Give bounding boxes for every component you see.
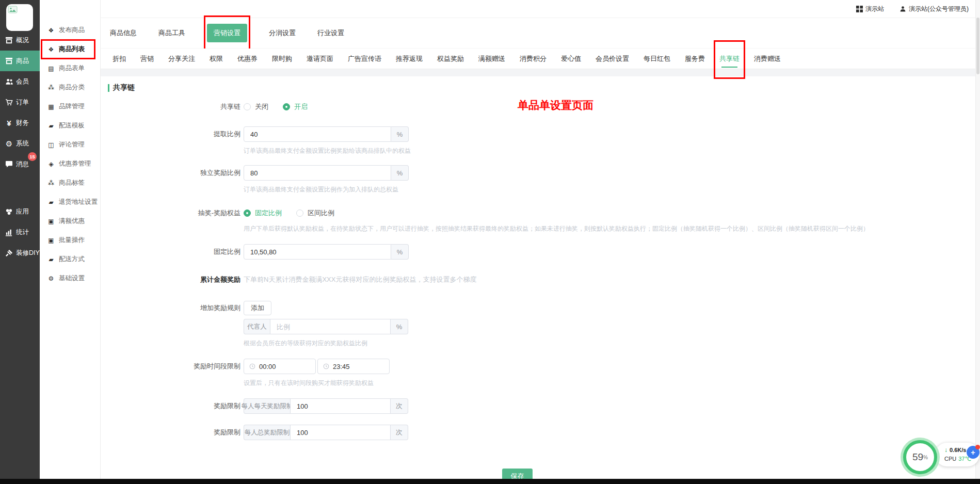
- scrollbar-thumb[interactable]: [976, 18, 979, 74]
- submenu-item-label: 批量操作: [59, 236, 85, 245]
- submenu-item-goods-tags[interactable]: ⁂ 商品标签: [40, 173, 100, 192]
- sidebar-item-orders[interactable]: 订单: [0, 92, 40, 112]
- radio-circle-selected: [283, 103, 290, 110]
- tab-love-value[interactable]: 爱心值: [561, 54, 581, 63]
- tab-flash-sale[interactable]: 限时购: [272, 54, 292, 63]
- submenu-item-publish-goods[interactable]: ❖ 发布商品: [40, 21, 100, 40]
- tab-consume-points[interactable]: 消费积分: [520, 54, 547, 63]
- times-suffix: 次: [391, 398, 408, 414]
- submenu-item-comment-manage[interactable]: ◫ 评论管理: [40, 135, 100, 154]
- sidebar-item-members[interactable]: 会员: [0, 71, 40, 92]
- agent-ratio-input[interactable]: [270, 319, 391, 334]
- sidebar-item-apps[interactable]: 应用: [0, 201, 40, 222]
- field-label: 提取比例: [101, 126, 240, 142]
- bottom-black-bar: [0, 479, 980, 484]
- cubes-icon: ❖: [47, 27, 55, 34]
- total-limit-input[interactable]: [290, 425, 391, 440]
- app-logo[interactable]: [6, 4, 33, 31]
- save-button[interactable]: 保存: [502, 469, 533, 479]
- daily-limit-input[interactable]: [290, 398, 391, 414]
- tab-share-chain[interactable]: 共享链: [719, 54, 740, 63]
- tab-daily-redpacket[interactable]: 每日红包: [644, 54, 670, 63]
- sidebar-item-label: 消息: [16, 160, 29, 169]
- sidebar-item-overview[interactable]: 概况: [0, 30, 40, 51]
- tab-rights-reward[interactable]: 权益奖励: [437, 54, 464, 63]
- submenu-item-goods-form[interactable]: ▤ 商品表单: [40, 59, 100, 78]
- sidebar-item-diy[interactable]: 装修DIY: [0, 243, 40, 263]
- download-speed: 0.6K/s: [950, 446, 966, 455]
- time-start-value: 00:00: [259, 363, 276, 370]
- submenu-item-full-discount[interactable]: ▣ 满额优惠: [40, 212, 100, 231]
- sidebar-item-system[interactable]: ⚙ 系统: [0, 133, 40, 154]
- field-label: 增加奖励规则: [101, 301, 240, 315]
- field-help: 订单该商品最终支付金额设置比例作为加入排队的总权益: [244, 185, 398, 194]
- extract-ratio-input[interactable]: [244, 126, 391, 142]
- independent-ratio-input[interactable]: [244, 165, 391, 181]
- radio-fixed-ratio[interactable]: 固定比例: [244, 208, 282, 218]
- sidebar-item-goods[interactable]: 商品: [0, 51, 40, 71]
- tab-invite-page[interactable]: 邀请页面: [307, 54, 333, 63]
- primary-nav: 概况 商品 会员 订单 ¥ 财务 ⚙ 系统 消息 15 应用: [0, 30, 40, 263]
- sidebar-item-messages[interactable]: 消息 15: [0, 154, 40, 174]
- submenu-item-delivery-method[interactable]: ▰ 配送方式: [40, 250, 100, 269]
- radio-label: 关闭: [255, 102, 268, 111]
- chat-bubble-icon: [5, 160, 13, 168]
- active-tab-underline: [721, 67, 737, 68]
- fixed-ratio-input[interactable]: [244, 244, 391, 260]
- submenu-item-delivery-template[interactable]: ▰ 配送模板: [40, 116, 100, 135]
- clock-icon: [249, 363, 255, 369]
- tab-marketing[interactable]: 营销: [140, 54, 154, 63]
- secondary-sidebar: ❖ 发布商品 ❖ 商品列表 ▤ 商品表单 ⁂ 商品分类 ▦ 品牌管理 ▰ 配送模…: [40, 0, 101, 484]
- submenu-item-label: 退货地址设置: [59, 198, 98, 206]
- submenu-item-goods-list[interactable]: ❖ 商品列表: [40, 40, 100, 59]
- submenu-item-label: 发布商品: [59, 26, 85, 35]
- submenu-item-coupon-manage[interactable]: ◈ 优惠券管理: [40, 154, 100, 173]
- add-rule-button[interactable]: 添加: [244, 301, 271, 315]
- tab-full-gift[interactable]: 满额赠送: [478, 54, 505, 63]
- assistant-plus-button[interactable]: +: [967, 446, 979, 459]
- sidebar-item-finance[interactable]: ¥ 财务: [0, 112, 40, 133]
- tab-marketing-settings[interactable]: 营销设置: [207, 24, 247, 42]
- tab-consume-gift[interactable]: 消费赠送: [754, 54, 781, 63]
- tab-share-follow[interactable]: 分享关注: [168, 54, 195, 63]
- time-end-input[interactable]: 23:45: [317, 359, 390, 374]
- tab-member-price[interactable]: 会员价设置: [596, 54, 629, 63]
- submenu-item-basic-settings[interactable]: ⚙ 基础设置: [40, 269, 100, 288]
- radio-share-chain-on[interactable]: 开启: [283, 102, 308, 111]
- sidebar-item-label: 会员: [16, 77, 29, 86]
- hammer-icon: [5, 249, 13, 257]
- tab-industry-settings[interactable]: 行业设置: [317, 28, 344, 38]
- site-switcher[interactable]: 演示站: [856, 5, 884, 13]
- tab-discount[interactable]: 折扣: [113, 54, 126, 63]
- tab-permission[interactable]: 权限: [210, 54, 223, 63]
- user-menu[interactable]: 演示站(公众号管理员): [899, 5, 969, 13]
- tab-service-fee[interactable]: 服务费: [685, 54, 705, 63]
- radio-label: 区间比例: [308, 208, 334, 218]
- cubes-icon: ❖: [47, 46, 55, 53]
- section-title: 共享链: [113, 83, 135, 92]
- submenu-item-brand-manage[interactable]: ▦ 品牌管理: [40, 97, 100, 116]
- tab-goods-info[interactable]: 商品信息: [110, 28, 137, 38]
- tab-referral-cashback[interactable]: 推荐返现: [396, 54, 423, 63]
- sidebar-item-label: 财务: [16, 119, 29, 127]
- radio-circle: [244, 103, 251, 110]
- sidebar-spacer: [0, 174, 40, 201]
- submenu-item-goods-category[interactable]: ⁂ 商品分类: [40, 78, 100, 97]
- submenu-item-return-address[interactable]: ▰ 退货地址设置: [40, 192, 100, 212]
- cart-icon: [5, 99, 13, 106]
- form-row-share-chain: 共享链 关闭 开启: [101, 102, 976, 117]
- tab-coupon[interactable]: 优惠券: [237, 54, 258, 63]
- submenu-item-batch-operation[interactable]: ▣ 批量操作: [40, 231, 100, 250]
- radio-range-ratio[interactable]: 区间比例: [296, 208, 334, 218]
- time-start-input[interactable]: 00:00: [244, 359, 316, 374]
- sidebar-item-stats[interactable]: 统计: [0, 222, 40, 243]
- tab-profit-settings[interactable]: 分润设置: [269, 28, 296, 38]
- tab-goods-tools[interactable]: 商品工具: [158, 28, 185, 38]
- truck-icon: ▰: [47, 256, 55, 263]
- user-icon: [899, 6, 906, 12]
- memory-usage-gauge[interactable]: 59 %: [903, 440, 937, 474]
- submenu-item-label: 配送模板: [59, 121, 85, 130]
- tab-ad-slogan[interactable]: 广告宣传语: [348, 54, 381, 63]
- radio-share-chain-off[interactable]: 关闭: [244, 102, 268, 111]
- sidebar-item-label: 商品: [16, 57, 29, 66]
